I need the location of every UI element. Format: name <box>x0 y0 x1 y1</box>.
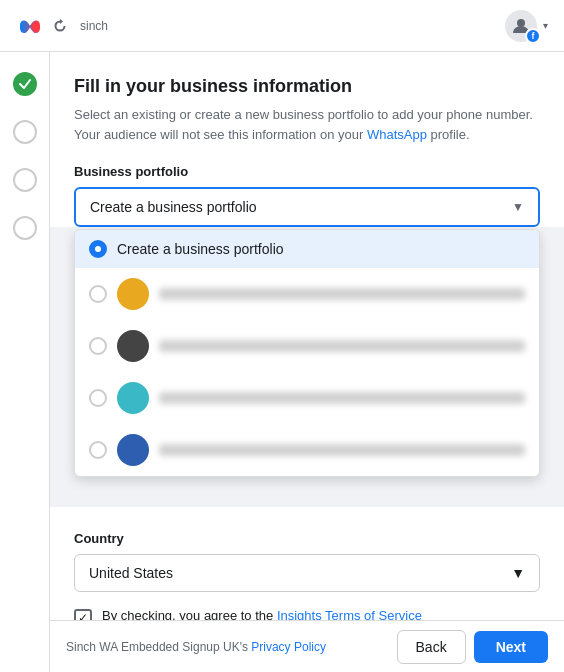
country-arrow-icon: ▼ <box>511 565 525 581</box>
option-portfolio-1[interactable] <box>75 268 539 320</box>
portfolio-3-name <box>159 392 525 404</box>
back-button[interactable]: Back <box>397 630 466 664</box>
step-1-indicator <box>13 72 37 96</box>
portfolio-1-name <box>159 288 525 300</box>
facebook-badge: f <box>525 28 541 44</box>
portfolio-dropdown: Create a business portfolio ▼ Create a b… <box>74 187 540 227</box>
refresh-icon[interactable] <box>52 18 68 34</box>
portfolio-dropdown-button[interactable]: Create a business portfolio ▼ <box>74 187 540 227</box>
portfolio-4-name <box>159 444 525 456</box>
topbar-left: sinch <box>16 12 108 40</box>
radio-3-icon <box>89 389 107 407</box>
radio-1-icon <box>89 285 107 303</box>
portfolio-1-icon <box>117 278 149 310</box>
whatsapp-link[interactable]: WhatsApp <box>367 127 427 142</box>
country-dropdown: United States ▼ <box>74 554 540 592</box>
radio-4-icon <box>89 441 107 459</box>
radio-2-icon <box>89 337 107 355</box>
privacy-policy-link[interactable]: Privacy Policy <box>251 640 326 654</box>
option-portfolio-4[interactable] <box>75 424 539 476</box>
country-section: Country United States ▼ <box>50 507 564 592</box>
country-field-label: Country <box>74 531 540 546</box>
topbar: sinch f ▾ <box>0 0 564 52</box>
topbar-brand-text: sinch <box>80 19 108 33</box>
svg-point-0 <box>517 19 525 27</box>
avatar[interactable]: f <box>505 10 537 42</box>
portfolio-options-list: Create a business portfolio <box>74 229 540 477</box>
step-2-indicator <box>13 120 37 144</box>
option-create-label: Create a business portfolio <box>117 241 284 257</box>
option-portfolio-3[interactable] <box>75 372 539 424</box>
portfolio-3-icon <box>117 382 149 414</box>
dropdown-arrow-icon: ▼ <box>512 200 524 214</box>
option-portfolio-2[interactable] <box>75 320 539 372</box>
checkmark-icon <box>18 77 32 91</box>
main-layout: Fill in your business information Select… <box>0 52 564 672</box>
radio-create-icon <box>89 240 107 258</box>
content-panel: Fill in your business information Select… <box>50 52 564 227</box>
portfolio-2-icon <box>117 330 149 362</box>
portfolio-2-name <box>159 340 525 352</box>
portfolio-field-label: Business portfolio <box>74 164 540 179</box>
section-description: Select an existing or create a new busin… <box>74 105 540 144</box>
option-create-portfolio[interactable]: Create a business portfolio <box>75 230 539 268</box>
page-title: Fill in your business information <box>74 76 540 97</box>
step-3-indicator <box>13 168 37 192</box>
footer-left-text: Sinch WA Embedded Signup UK's Privacy Po… <box>66 640 326 654</box>
next-button[interactable]: Next <box>474 631 548 663</box>
country-dropdown-button[interactable]: United States ▼ <box>74 554 540 592</box>
bottom-bar: Sinch WA Embedded Signup UK's Privacy Po… <box>50 620 564 672</box>
step-4-indicator <box>13 216 37 240</box>
sidebar <box>0 52 50 672</box>
portfolio-4-icon <box>117 434 149 466</box>
footer-brand-text: Sinch WA Embedded Signup UK's <box>66 640 251 654</box>
country-selected-value: United States <box>89 565 173 581</box>
topbar-right: f ▾ <box>505 10 548 42</box>
meta-logo-icon <box>16 12 44 40</box>
chevron-down-icon[interactable]: ▾ <box>543 20 548 31</box>
content-area: Fill in your business information Select… <box>50 52 564 672</box>
footer-actions: Back Next <box>397 630 548 664</box>
portfolio-selected-value: Create a business portfolio <box>90 199 257 215</box>
